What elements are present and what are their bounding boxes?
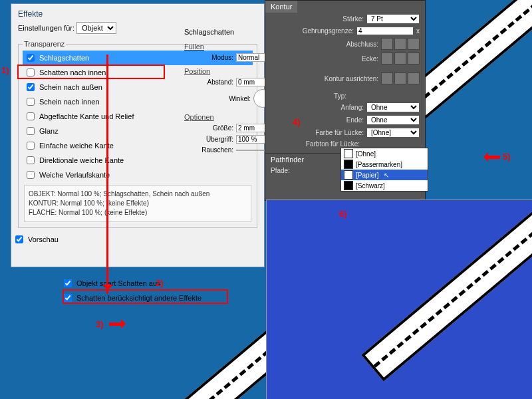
- dd-item-none: [Ohne]: [341, 148, 428, 159]
- cap-icons[interactable]: [381, 38, 420, 50]
- effects-dialog: Effekte Einstellungen für: Objekt Transp…: [11, 3, 265, 267]
- stroke-tab[interactable]: Kontur: [265, 1, 297, 13]
- preview-checkbox[interactable]: [15, 235, 23, 243]
- shadow-settings: Schlagschatten Füllen Modus:Normal Posit…: [182, 27, 275, 159]
- annotation-5: 5): [503, 152, 511, 162]
- settings-for-label: Einstellungen für:: [18, 24, 74, 32]
- dd-item-paper: [Papier]↖: [341, 170, 428, 180]
- type-select[interactable]: [349, 96, 420, 97]
- effect-checkbox[interactable]: [27, 171, 35, 179]
- dd-item-registration: [Passermarken]: [341, 159, 428, 170]
- annotation-2: 2): [156, 278, 164, 288]
- object-info: OBJEKT: Normal 100 %; Schlagschatten, Sc…: [24, 185, 251, 222]
- stroke-weight-select[interactable]: 7 Pt: [366, 14, 420, 24]
- annotation-arrow-down: [106, 55, 108, 294]
- transparency-legend: Transparenz: [23, 40, 66, 48]
- dd-item-black: [Schwarz]: [341, 180, 428, 191]
- annotation-3: 3): [96, 319, 104, 329]
- annotation-6: 6): [339, 209, 347, 219]
- cursor-icon: ↖: [384, 172, 389, 179]
- lower-options: Objekt spart Schatten aus Schatten berüc…: [60, 276, 229, 305]
- start-select[interactable]: Ohne: [366, 102, 420, 112]
- effect-item-8[interactable]: Weiche Verlaufskante: [23, 168, 253, 182]
- effect-checkbox[interactable]: [27, 98, 35, 106]
- effect-checkbox[interactable]: [27, 68, 35, 76]
- annotation-arrow-3: [109, 321, 129, 328]
- effect-checkbox[interactable]: [27, 54, 35, 62]
- join-icons[interactable]: [381, 53, 420, 65]
- effect-checkbox[interactable]: [27, 112, 35, 120]
- gap-color-select[interactable]: [Ohne]: [366, 128, 420, 138]
- miter-input[interactable]: 4: [356, 27, 414, 35]
- gap-tint-input[interactable]: [362, 144, 420, 145]
- shadow-section-title: Schlagschatten: [184, 28, 272, 39]
- settings-for-select[interactable]: Objekt: [76, 22, 116, 34]
- dialog-title: Effekte: [11, 4, 264, 20]
- canvas-preview: [266, 200, 532, 399]
- shadow-honors-effects-checkbox[interactable]: [64, 294, 72, 302]
- gap-color-dropdown[interactable]: [Ohne] [Passermarken] [Papier]↖ [Schwarz…: [340, 148, 428, 192]
- effect-checkbox[interactable]: [27, 142, 35, 150]
- end-select[interactable]: Ohne: [366, 115, 420, 125]
- annotation-1: 1): [1, 65, 9, 75]
- preview-label: Vorschau: [28, 235, 59, 243]
- effect-checkbox[interactable]: [27, 156, 35, 164]
- pathfinder-tab[interactable]: Pathfinder: [265, 154, 309, 166]
- effect-checkbox[interactable]: [27, 83, 35, 91]
- annotation-4: 4): [293, 117, 301, 127]
- align-stroke-icons[interactable]: [381, 72, 420, 84]
- object-knockout-checkbox[interactable]: [64, 279, 72, 287]
- effect-checkbox[interactable]: [27, 127, 35, 135]
- annotation-arrow-5: [480, 154, 500, 161]
